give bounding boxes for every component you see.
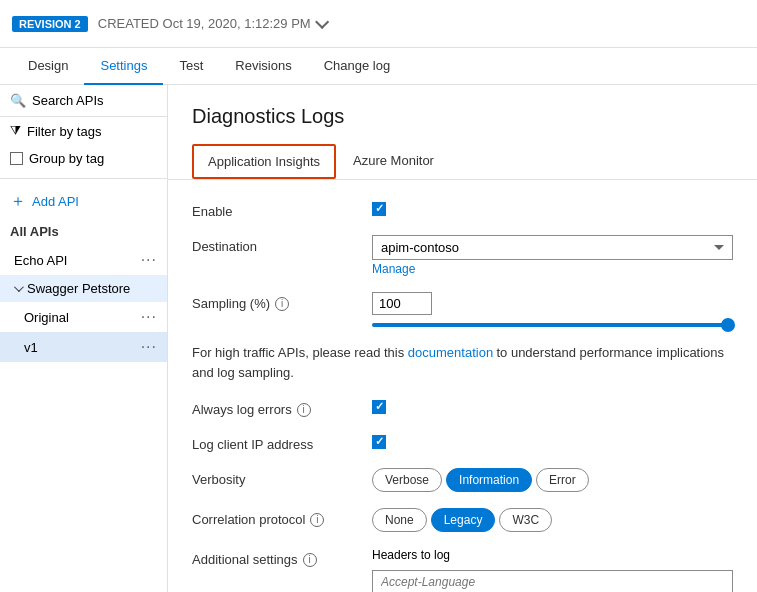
always-log-row: Always log errors i ✓ [192, 398, 733, 417]
verbosity-verbose[interactable]: Verbose [372, 468, 442, 492]
verbosity-error[interactable]: Error [536, 468, 589, 492]
sub-tab-application-insights[interactable]: Application Insights [192, 144, 336, 179]
all-apis-label: All APIs [0, 218, 167, 245]
additional-settings-row: Additional settings i Headers to log Num… [192, 548, 733, 592]
sampling-label: Sampling (%) i [192, 292, 372, 311]
filter-by-tags[interactable]: ⧩ Filter by tags [0, 117, 167, 145]
v1-label: v1 [24, 340, 38, 355]
tab-changelog[interactable]: Change log [308, 48, 407, 85]
search-icon: 🔍 [10, 93, 26, 108]
destination-control: apim-contoso Manage [372, 235, 733, 276]
check-icon: ✓ [375, 202, 384, 215]
always-log-label: Always log errors i [192, 398, 372, 417]
echo-api-menu-icon[interactable]: ··· [141, 251, 157, 269]
add-api-button[interactable]: ＋ Add API [0, 185, 167, 218]
correlation-buttons: None Legacy W3C [372, 508, 733, 532]
enable-label: Enable [192, 200, 372, 219]
tab-settings[interactable]: Settings [84, 48, 163, 85]
sidebar-item-original[interactable]: Original ··· [0, 302, 167, 332]
verbosity-buttons: Verbose Information Error [372, 468, 733, 492]
nav-tabs: Design Settings Test Revisions Change lo… [0, 48, 757, 85]
sampling-info-icon[interactable]: i [275, 297, 289, 311]
correlation-legacy[interactable]: Legacy [431, 508, 496, 532]
plus-icon: ＋ [10, 191, 26, 212]
tab-design[interactable]: Design [12, 48, 84, 85]
sidebar: 🔍 Search APIs ⧩ Filter by tags Group by … [0, 85, 168, 592]
funnel-icon: ⧩ [10, 123, 21, 139]
sidebar-item-swagger-petstore[interactable]: Swagger Petstore [0, 275, 167, 302]
verbosity-information[interactable]: Information [446, 468, 532, 492]
filter-label: Filter by tags [27, 124, 101, 139]
check-icon-2: ✓ [375, 400, 384, 413]
sub-tab-azure-monitor[interactable]: Azure Monitor [338, 144, 449, 179]
search-label: Search APIs [32, 93, 104, 108]
top-bar: REVISION 2 CREATED Oct 19, 2020, 1:12:29… [0, 0, 757, 48]
sampling-input[interactable] [372, 292, 432, 315]
chevron-down-icon[interactable] [315, 14, 329, 28]
form-area: Enable ✓ Destination apim-contoso [168, 200, 757, 343]
swagger-petstore-label: Swagger Petstore [27, 281, 130, 296]
correlation-info-icon[interactable]: i [310, 513, 324, 527]
headers-input[interactable] [372, 570, 733, 592]
expand-icon [14, 282, 24, 292]
sampling-row: Sampling (%) i [192, 292, 733, 327]
correlation-label: Correlation protocol i [192, 508, 372, 527]
verbosity-row: Verbosity Verbose Information Error [192, 468, 733, 492]
echo-api-label: Echo API [14, 253, 67, 268]
group-checkbox[interactable] [10, 152, 23, 165]
manage-link[interactable]: Manage [372, 262, 733, 276]
log-ip-control: ✓ [372, 433, 733, 449]
description-text: For high traffic APIs, please read this … [168, 343, 757, 382]
verbosity-label: Verbosity [192, 468, 372, 487]
enable-checkbox[interactable]: ✓ [372, 202, 386, 216]
sidebar-item-echo-api[interactable]: Echo API ··· [0, 245, 167, 275]
destination-label: Destination [192, 235, 372, 254]
headers-label: Headers to log [372, 548, 733, 562]
destination-dropdown[interactable]: apim-contoso [372, 235, 733, 260]
correlation-row: Correlation protocol i None Legacy W3C [192, 508, 733, 532]
revision-badge: REVISION 2 [12, 16, 88, 32]
form-area-2: Always log errors i ✓ Log client IP addr… [168, 398, 757, 592]
check-icon-3: ✓ [375, 435, 384, 448]
additional-info-icon[interactable]: i [303, 553, 317, 567]
correlation-control: None Legacy W3C [372, 508, 733, 532]
sidebar-item-v1[interactable]: v1 ··· [0, 332, 167, 362]
always-log-info-icon[interactable]: i [297, 403, 311, 417]
slider-thumb[interactable] [721, 318, 735, 332]
tab-test[interactable]: Test [163, 48, 219, 85]
sidebar-divider [0, 178, 167, 179]
sampling-slider-track [372, 323, 733, 327]
dropdown-arrow-icon [714, 245, 724, 250]
log-ip-row: Log client IP address ✓ [192, 433, 733, 452]
main-layout: 🔍 Search APIs ⧩ Filter by tags Group by … [0, 85, 757, 592]
log-ip-checkbox[interactable]: ✓ [372, 435, 386, 449]
add-api-label: Add API [32, 194, 79, 209]
search-bar[interactable]: 🔍 Search APIs [0, 85, 167, 117]
destination-row: Destination apim-contoso Manage [192, 235, 733, 276]
slider-fill [372, 323, 733, 327]
tab-revisions[interactable]: Revisions [219, 48, 307, 85]
documentation-link[interactable]: documentation [408, 345, 493, 360]
additional-control: Headers to log Number of payload bytes t… [372, 548, 733, 592]
content-area: Diagnostics Logs Application Insights Az… [168, 85, 757, 592]
original-label: Original [24, 310, 69, 325]
destination-value: apim-contoso [381, 240, 459, 255]
additional-label: Additional settings i [192, 548, 372, 567]
correlation-none[interactable]: None [372, 508, 427, 532]
verbosity-control: Verbose Information Error [372, 468, 733, 492]
sub-tabs: Application Insights Azure Monitor [168, 144, 757, 180]
sampling-control [372, 292, 733, 327]
v1-menu-icon[interactable]: ··· [141, 338, 157, 356]
log-ip-label: Log client IP address [192, 433, 372, 452]
always-log-control: ✓ [372, 398, 733, 414]
always-log-checkbox[interactable]: ✓ [372, 400, 386, 414]
group-label: Group by tag [29, 151, 104, 166]
enable-control: ✓ [372, 200, 733, 216]
correlation-w3c[interactable]: W3C [499, 508, 552, 532]
original-menu-icon[interactable]: ··· [141, 308, 157, 326]
created-info: CREATED Oct 19, 2020, 1:12:29 PM [98, 16, 325, 31]
page-title: Diagnostics Logs [168, 85, 757, 144]
enable-row: Enable ✓ [192, 200, 733, 219]
group-by-tag[interactable]: Group by tag [0, 145, 167, 172]
